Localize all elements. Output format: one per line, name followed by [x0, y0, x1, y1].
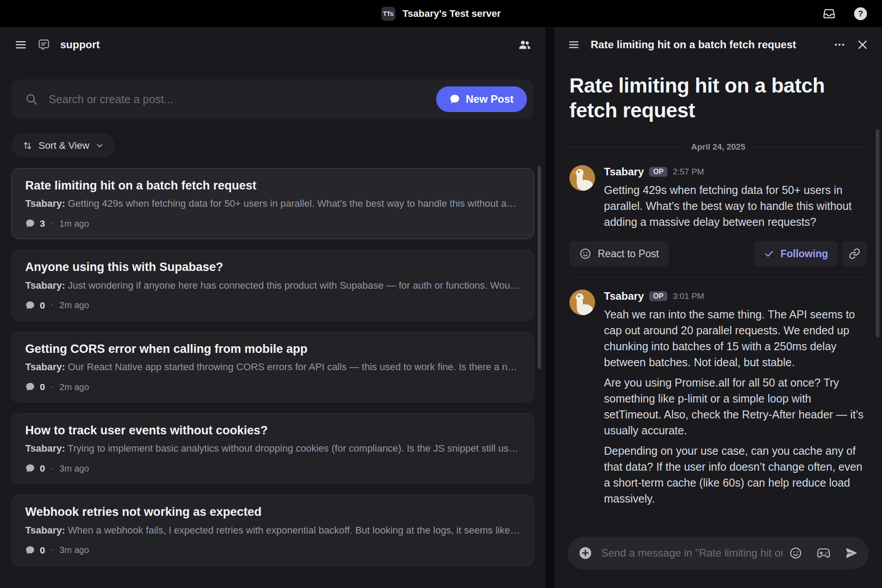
thread-title: Rate limiting hit on a batch fetch reque…	[569, 73, 867, 123]
post-author: Tsabary:	[25, 525, 65, 536]
forum-panel: support New Post	[0, 27, 545, 588]
more-options-button[interactable]	[833, 39, 846, 51]
post-author: Tsabary:	[25, 198, 65, 209]
post-time: 3m ago	[59, 464, 89, 474]
thread-header-title: Rate limiting hit on a batch fetch reque…	[591, 39, 823, 51]
post-preview: Tsabary: Getting 429s when fetching data…	[25, 198, 520, 209]
comment-count: 3	[40, 218, 45, 229]
post-time: 3m ago	[59, 545, 89, 555]
comment-icon	[25, 464, 35, 473]
comment-icon	[25, 219, 35, 228]
comment-count: 0	[40, 545, 45, 556]
post-time: 1m ago	[59, 219, 89, 229]
top-bar: TTs Tsabary's Test server ?	[0, 0, 882, 27]
message-text: Getting 429s when fetching data for 50+ …	[604, 182, 867, 230]
search-bar: New Post	[12, 79, 534, 119]
post-title: Webhook retries not working as expected	[25, 505, 520, 519]
link-icon	[849, 248, 860, 259]
server-name: Tsabary's Test server	[402, 8, 501, 19]
new-post-label: New Post	[466, 93, 514, 105]
forum-header: support	[0, 27, 545, 62]
chat-bubble-icon	[449, 94, 460, 104]
dot-separator: ·	[51, 300, 54, 310]
message-paragraph: Depending on your use case, can you cach…	[604, 443, 867, 507]
post-card[interactable]: Anyone using this with Supabase? Tsabary…	[12, 250, 534, 321]
gamepad-icon	[816, 546, 831, 560]
message-header: Tsabary OP 3:01 PM	[604, 290, 867, 303]
message-timestamp: 3:01 PM	[673, 291, 704, 301]
members-icon	[518, 38, 531, 52]
members-button[interactable]	[518, 38, 531, 52]
post-card[interactable]: Webhook retries not working as expected …	[12, 495, 534, 565]
react-to-post-button[interactable]: React to Post	[569, 241, 669, 266]
emoji-picker-button[interactable]	[789, 546, 802, 560]
post-actions-row: React to Post Following	[569, 241, 867, 266]
following-button[interactable]: Following	[754, 241, 838, 266]
divider	[569, 277, 867, 277]
post-footer: 0 · 2m ago	[25, 381, 520, 393]
message-paragraph: Are you using Promise.all for all 50 at …	[604, 375, 867, 438]
attach-button[interactable]	[578, 546, 592, 560]
send-button[interactable]	[845, 546, 858, 560]
post-title: How to track user events without cookies…	[25, 423, 520, 437]
sort-arrows-icon	[22, 140, 33, 151]
help-icon: ?	[854, 7, 867, 20]
inbox-button[interactable]	[823, 7, 836, 20]
post-preview: Tsabary: Just wondering if anyone here h…	[25, 280, 520, 291]
games-button[interactable]	[816, 546, 831, 560]
post-title: Rate limiting hit on a batch fetch reque…	[25, 178, 520, 193]
post-footer: 0 · 3m ago	[25, 462, 520, 475]
server-icon: TTs	[381, 7, 395, 21]
thread-body: Rate limiting hit on a batch fetch reque…	[554, 62, 882, 530]
menu-button[interactable]	[14, 38, 27, 51]
close-icon	[856, 39, 869, 51]
smiley-icon	[789, 546, 802, 560]
message: Tsabary OP 2:57 PM Getting 429s when fet…	[569, 165, 867, 230]
send-icon	[845, 546, 858, 560]
date-divider: April 24, 2025	[569, 142, 867, 152]
thread-panel: Rate limiting hit on a batch fetch reque…	[554, 27, 882, 588]
message-author[interactable]: Tsabary	[604, 290, 644, 302]
op-badge: OP	[649, 291, 667, 301]
thread-menu-button[interactable]	[568, 39, 580, 51]
server-header[interactable]: TTs Tsabary's Test server	[381, 7, 501, 21]
more-horizontal-icon	[833, 39, 846, 51]
post-card[interactable]: Getting CORS error when calling from mob…	[12, 332, 534, 402]
help-button[interactable]: ?	[854, 7, 867, 20]
sort-view-button[interactable]: Sort & View	[12, 133, 115, 158]
copy-link-button[interactable]	[842, 241, 867, 266]
message-input[interactable]	[601, 547, 783, 559]
post-preview-text: Getting 429s when fetching data for 50+ …	[68, 198, 516, 209]
avatar[interactable]	[569, 290, 595, 315]
thread-header: Rate limiting hit on a batch fetch reque…	[554, 27, 882, 62]
thread-scrollbar[interactable]	[876, 129, 879, 337]
forum-scrollbar[interactable]	[538, 166, 541, 369]
new-post-button[interactable]: New Post	[436, 86, 527, 112]
date-label: April 24, 2025	[691, 142, 746, 152]
message-header: Tsabary OP 2:57 PM	[604, 165, 867, 178]
post-preview-text: When a webhook fails, I expected retries…	[68, 525, 520, 536]
comment-icon	[25, 301, 35, 310]
post-preview-text: Just wondering if anyone here has connec…	[68, 280, 520, 291]
post-card[interactable]: Rate limiting hit on a batch fetch reque…	[12, 168, 534, 239]
post-time: 2m ago	[59, 300, 89, 310]
avatar[interactable]	[569, 165, 595, 191]
post-time: 2m ago	[59, 382, 89, 392]
check-icon	[764, 248, 774, 259]
search-input[interactable]	[49, 93, 436, 106]
op-badge: OP	[649, 167, 667, 177]
hamburger-icon	[14, 38, 27, 51]
post-title: Anyone using this with Supabase?	[25, 260, 520, 274]
message-author[interactable]: Tsabary	[604, 166, 644, 178]
post-author: Tsabary:	[25, 280, 65, 291]
post-preview: Tsabary: Our React Native app started th…	[25, 361, 520, 373]
hamburger-icon	[568, 39, 580, 51]
post-card[interactable]: How to track user events without cookies…	[12, 413, 534, 484]
close-thread-button[interactable]	[856, 39, 869, 51]
dot-separator: ·	[51, 382, 54, 392]
comment-count: 0	[40, 382, 45, 392]
react-to-post-label: React to Post	[598, 248, 659, 260]
plus-circle-icon	[578, 546, 592, 560]
search-icon	[25, 93, 38, 106]
comment-icon	[25, 382, 35, 392]
